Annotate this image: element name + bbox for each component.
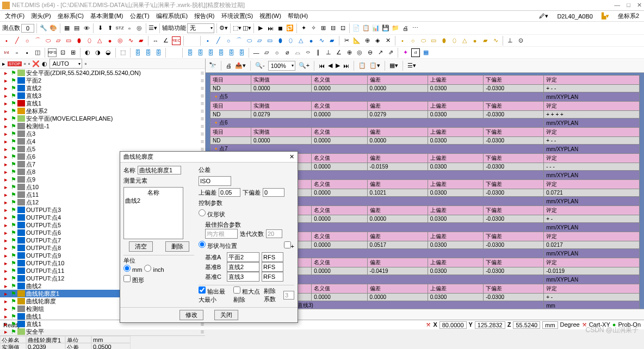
shape-pos-radio[interactable]: 形状与位置 [199, 241, 237, 250]
zoomin-icon[interactable]: 🔍+ [299, 62, 309, 69]
more-icon[interactable]: ⋯ [411, 24, 419, 33]
axis-icon[interactable]: ✦ [299, 24, 308, 33]
b-pl-icon[interactable]: ▱ [255, 36, 264, 45]
t-str-icon[interactable]: — [252, 48, 261, 57]
s7-icon[interactable]: ⊞ [69, 48, 77, 57]
tree-row[interactable]: ▸⚑坐标系2≡ [0, 107, 205, 115]
x1-icon[interactable]: ✂ [342, 36, 351, 45]
list2-icon[interactable]: ☰▾ [407, 62, 416, 69]
close-button2[interactable]: 关闭 [214, 310, 238, 320]
t2-icon[interactable]: ▫ [24, 60, 26, 67]
auto-dropdown[interactable]: AUTO [49, 59, 82, 68]
m3-icon[interactable]: ▦ [422, 48, 430, 57]
cyl-icon[interactable]: ⬯ [85, 36, 94, 45]
db1-icon[interactable]: 🗄 [133, 48, 142, 57]
method-select[interactable]: 均方根 [205, 229, 238, 239]
circle-icon[interactable]: ○ [23, 36, 32, 45]
m1-icon[interactable]: ✦ [401, 48, 410, 57]
tree-row[interactable]: ▸⚑安全平≡ [0, 328, 205, 335]
t-sym-icon[interactable]: ⊖ [366, 48, 374, 57]
s2-icon[interactable]: ▫ [13, 48, 21, 57]
t-perp-icon[interactable]: ⊥ [324, 48, 333, 57]
points-input[interactable] [21, 24, 34, 33]
aux-dropdown[interactable]: 无 [187, 23, 214, 33]
status-mm[interactable]: mm [542, 321, 558, 329]
min-button[interactable]: — [614, 2, 620, 9]
b-el-icon[interactable]: ⬭ [245, 36, 253, 45]
menu-help[interactable]: 帮助(H) [285, 12, 311, 20]
dim1-icon[interactable]: ⊞ [319, 24, 327, 33]
last-icon[interactable]: ⏭ [343, 63, 349, 69]
element-list[interactable]: 名称 曲线2 [123, 187, 183, 239]
y-su-icon[interactable]: ▰ [481, 36, 490, 45]
menu-file[interactable]: 文件(F) [2, 12, 27, 20]
modify-button[interactable]: 修改 [179, 310, 203, 320]
stz-icon[interactable]: STZ [115, 24, 124, 33]
menu-env[interactable]: 环境设置(S) [219, 12, 256, 20]
t-flat-icon[interactable]: ▱ [262, 48, 271, 57]
b-ci-icon[interactable]: ○ [224, 36, 233, 45]
s6-icon[interactable]: ⊡ [58, 48, 67, 57]
graph-check[interactable]: 图形 [123, 275, 194, 284]
y-re-icon[interactable]: ▭ [429, 36, 438, 45]
s3-icon[interactable]: ▪ [23, 48, 32, 57]
export-icon[interactable]: 📤▾ [235, 62, 246, 69]
tree-row[interactable]: ▸⚑点4≡ [0, 138, 205, 145]
b-sl-icon[interactable]: ⬮ [276, 36, 284, 45]
da-select[interactable]: 平面2 [227, 252, 259, 262]
b-sp-icon[interactable]: ● [307, 36, 315, 45]
close-button[interactable]: ✕ [637, 2, 642, 9]
menu-measure[interactable]: 基本测量(M) [88, 12, 126, 20]
print2-icon[interactable]: 🖨 [226, 63, 232, 69]
db7-icon[interactable]: 🗄 [216, 48, 225, 57]
clear-button[interactable]: 清空 [129, 241, 153, 252]
db-select[interactable]: 直线2 [227, 262, 259, 272]
tree-row[interactable]: ▸⚑安全平面(ZDIR,55.5240,ZDIR,55.5240,ON)≡ [0, 69, 205, 77]
z2-icon[interactable]: ⊙ [516, 36, 525, 45]
t-prof-icon[interactable]: ⌓ [293, 48, 302, 57]
t5-icon[interactable]: ◐ [42, 60, 47, 67]
t-sprof-icon[interactable]: ⌔ [304, 48, 312, 57]
name-input[interactable] [138, 166, 181, 174]
torus-icon[interactable]: ◎ [116, 36, 125, 45]
next2-icon[interactable]: ▶ [336, 62, 340, 69]
menu-report[interactable]: 报告(R) [191, 12, 217, 20]
grid2-icon[interactable]: ▦▾ [389, 62, 398, 69]
b-cy-icon[interactable]: ⬯ [286, 36, 295, 45]
doc1-icon[interactable]: 📄 [352, 24, 361, 33]
layers-icon[interactable]: ▤ [72, 24, 81, 33]
stop-icon[interactable]: STOP [8, 61, 22, 66]
db5-icon[interactable]: 🗄 [196, 48, 205, 57]
next-icon[interactable]: ⏭ [266, 24, 275, 33]
m2-icon[interactable]: d [411, 48, 420, 57]
db6-icon[interactable]: 🗄 [206, 48, 215, 57]
tpl2-icon[interactable]: 📋▾ [369, 62, 380, 69]
ut-input[interactable] [219, 188, 240, 197]
tree-row[interactable]: ▸⚑直线2≡ [0, 84, 205, 92]
s10-icon[interactable]: ◒ [104, 48, 113, 57]
t4-icon[interactable]: ❌ [32, 60, 40, 67]
dc-rfs[interactable]: RFS [262, 272, 283, 282]
t-par-icon[interactable]: ∥ [314, 48, 323, 57]
doc2-icon[interactable]: 📋 [362, 24, 370, 33]
s11-icon[interactable]: ⬚ [119, 48, 127, 57]
target-icon[interactable]: ◎ [135, 24, 144, 33]
out-mm-check[interactable]: 输出最大最小 [199, 286, 231, 304]
curve-icon[interactable]: ∿ [126, 36, 135, 45]
open-icon[interactable]: 📁 [391, 24, 400, 33]
cube1-icon[interactable]: ⬚▾ [233, 24, 242, 33]
tree-row[interactable]: ▸⚑点3≡ [0, 130, 205, 138]
db4-icon[interactable]: 🗄 [185, 48, 194, 57]
y-pt-icon[interactable]: • [398, 36, 407, 45]
cs-icon[interactable]: ▙▾ [599, 13, 612, 20]
db3-icon[interactable]: 🗄 [154, 48, 163, 57]
dialog-close-icon[interactable]: ✕ [289, 153, 294, 160]
coarse-check[interactable]: 粗大点剔除 [233, 286, 262, 304]
x4-icon[interactable]: ◈ [373, 36, 382, 45]
rej-input[interactable] [283, 291, 294, 300]
point-icon[interactable]: • [2, 36, 11, 45]
view-icon[interactable]: 👁 [82, 24, 91, 33]
print-icon[interactable]: 🖨 [401, 24, 410, 33]
b-cu-icon[interactable]: ∿ [317, 36, 326, 45]
menu-cs[interactable]: 坐标系(C) [55, 12, 86, 20]
